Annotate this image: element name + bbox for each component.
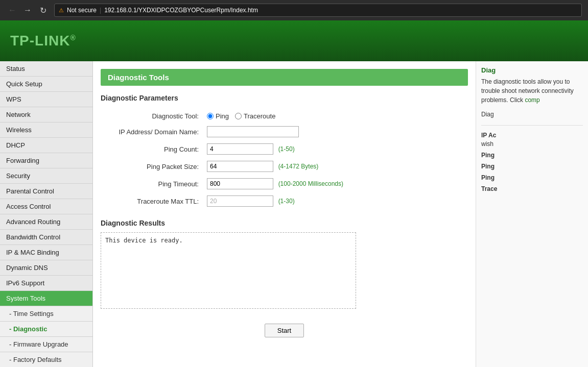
traceroute-radio-label[interactable]: Traceroute xyxy=(235,112,275,120)
sidebar-item-firmware-upgrade[interactable]: - Firmware Upgrade xyxy=(0,337,92,352)
ping-timeout-input[interactable] xyxy=(207,178,273,189)
sidebar-item-system-tools[interactable]: System Tools xyxy=(0,291,92,306)
logo-suffix: ® xyxy=(70,34,76,42)
results-title: Diagnostic Results xyxy=(101,219,468,227)
right-panel-divider xyxy=(481,125,583,126)
sidebar-item-status[interactable]: Status xyxy=(0,61,92,77)
main-layout: Status Quick Setup WPS Network Wireless … xyxy=(0,61,588,367)
ping-count-cell: 4 (1-50) xyxy=(203,140,468,158)
right-panel-ping-count-section: Ping xyxy=(481,152,583,159)
sidebar-item-network[interactable]: Network xyxy=(0,107,92,123)
sidebar-item-security[interactable]: Security xyxy=(0,168,92,184)
right-panel-ip-label: IP Ac xyxy=(481,132,583,139)
content-area: Diagnostic Tools Diagnostic Parameters D… xyxy=(93,61,588,367)
sidebar-item-time-settings[interactable]: - Time Settings xyxy=(0,306,92,322)
back-button[interactable]: ← xyxy=(6,4,18,16)
ping-packet-input[interactable] xyxy=(207,161,273,172)
sidebar: Status Quick Setup WPS Network Wireless … xyxy=(0,61,93,367)
traceroute-ttl-input[interactable] xyxy=(207,195,273,207)
sidebar-item-diagnostic[interactable]: - Diagnostic xyxy=(0,322,92,337)
right-panel-ping-packet-section: Ping xyxy=(481,163,583,170)
results-textarea[interactable]: This device is ready. xyxy=(101,232,356,309)
traceroute-ttl-label: Traceroute Max TTL: xyxy=(101,192,203,210)
browser-chrome: ← → ↻ ⚠ Not secure | 192.168.0.1/YXDXIDP… xyxy=(0,0,588,20)
ping-timeout-hint: (100-2000 Milliseconds) xyxy=(278,180,343,187)
diagnostic-tool-radio-group: Ping Traceroute xyxy=(207,112,464,120)
right-panel-ping-packet-label: Ping xyxy=(481,163,583,170)
sidebar-item-ipv6-support[interactable]: IPv6 Support xyxy=(0,276,92,291)
logo: TP-LINK® xyxy=(10,33,76,49)
right-panel-ping-timeout-label: Ping xyxy=(481,174,583,181)
start-button-row: Start xyxy=(101,319,468,342)
url-divider: | xyxy=(100,7,101,14)
ping-radio-text: Ping xyxy=(216,112,229,120)
traceroute-ttl-row: Traceroute Max TTL: (1-30) xyxy=(101,192,468,210)
main-content: Diagnostic Tools Diagnostic Parameters D… xyxy=(93,61,476,367)
right-panel-traceroute-label: Trace xyxy=(481,185,583,192)
ping-packet-hint: (4-1472 Bytes) xyxy=(278,163,319,170)
ping-timeout-cell: (100-2000 Milliseconds) xyxy=(203,175,468,192)
nav-buttons: ← → ↻ xyxy=(6,4,49,16)
ping-count-input[interactable]: 4 xyxy=(207,143,273,155)
traceroute-ttl-cell: (1-30) xyxy=(203,192,468,210)
reload-button[interactable]: ↻ xyxy=(37,4,49,16)
ip-label: IP Address/ Domain Name: xyxy=(101,123,203,140)
sidebar-item-wireless[interactable]: Wireless xyxy=(0,123,92,138)
page-title: Diagnostic Tools xyxy=(101,69,468,86)
ping-packet-row: Ping Packet Size: (4-1472 Bytes) xyxy=(101,158,468,175)
ping-radio[interactable] xyxy=(207,113,214,119)
sidebar-item-factory-defaults[interactable]: - Factory Defaults xyxy=(0,352,92,367)
ping-timeout-row: Ping Timeout: (100-2000 Milliseconds) xyxy=(101,175,468,192)
sidebar-item-advanced-routing[interactable]: Advanced Routing xyxy=(0,214,92,230)
logo-text: TP-LINK xyxy=(10,33,70,48)
ping-radio-label[interactable]: Ping xyxy=(207,112,229,120)
start-button[interactable]: Start xyxy=(265,324,304,337)
ping-count-label: Ping Count: xyxy=(101,140,203,158)
right-panel-ip-text: wish xyxy=(481,140,493,148)
sidebar-item-quick-setup[interactable]: Quick Setup xyxy=(0,77,92,92)
sidebar-item-dhcp[interactable]: DHCP xyxy=(0,138,92,153)
security-warning-icon: ⚠ xyxy=(59,7,64,14)
right-panel-ping-count-label: Ping xyxy=(481,152,583,159)
right-panel-intro-link[interactable]: comp xyxy=(525,96,539,104)
diagnostic-form: Diagnostic Tool: Ping Traceroute xyxy=(101,109,468,210)
sidebar-item-bandwidth-control[interactable]: Bandwidth Control xyxy=(0,230,92,245)
ping-count-hint: (1-50) xyxy=(278,145,295,153)
right-panel-title: Diag xyxy=(481,66,583,74)
traceroute-ttl-hint: (1-30) xyxy=(278,198,295,205)
right-panel-diag-label: Diag xyxy=(481,110,583,119)
ping-count-row: Ping Count: 4 (1-50) xyxy=(101,140,468,158)
sidebar-item-ip-mac-binding[interactable]: IP & MAC Binding xyxy=(0,245,92,260)
not-secure-label: Not secure xyxy=(67,7,97,14)
sidebar-item-parental-control[interactable]: Parental Control xyxy=(0,184,92,199)
right-panel-intro: The diagnostic tools allow you to troubl… xyxy=(481,77,583,105)
ping-timeout-label: Ping Timeout: xyxy=(101,175,203,192)
address-bar[interactable]: ⚠ Not secure | 192.168.0.1/YXDXIDPCOZGBY… xyxy=(54,4,582,17)
sidebar-item-access-control[interactable]: Access Control xyxy=(0,199,92,214)
sidebar-item-wps[interactable]: WPS xyxy=(0,92,92,107)
url-text: 192.168.0.1/YXDXIDPCOZGBYOPCuserRpm/Inde… xyxy=(104,7,258,14)
sidebar-item-dynamic-dns[interactable]: Dynamic DNS xyxy=(0,260,92,276)
ping-packet-cell: (4-1472 Bytes) xyxy=(203,158,468,175)
diagnostic-tool-label: Diagnostic Tool: xyxy=(101,109,203,123)
traceroute-radio[interactable] xyxy=(235,113,242,119)
diagnostic-tool-field: Ping Traceroute xyxy=(203,109,468,123)
ip-address-row: IP Address/ Domain Name: xyxy=(101,123,468,140)
right-panel: Diag The diagnostic tools allow you to t… xyxy=(476,61,588,367)
header: TP-LINK® xyxy=(0,20,588,61)
right-panel-traceroute-section: Trace xyxy=(481,185,583,192)
diagnostic-tool-row: Diagnostic Tool: Ping Traceroute xyxy=(101,109,468,123)
traceroute-radio-text: Traceroute xyxy=(244,112,275,120)
ip-field-cell xyxy=(203,123,468,140)
ping-packet-label: Ping Packet Size: xyxy=(101,158,203,175)
sidebar-item-forwarding[interactable]: Forwarding xyxy=(0,153,92,168)
forward-button[interactable]: → xyxy=(21,4,34,16)
params-title: Diagnostic Parameters xyxy=(101,94,468,102)
right-panel-ip-section: IP Ac wish xyxy=(481,132,583,148)
right-panel-ping-timeout-section: Ping xyxy=(481,174,583,181)
ip-address-input[interactable] xyxy=(207,126,299,137)
